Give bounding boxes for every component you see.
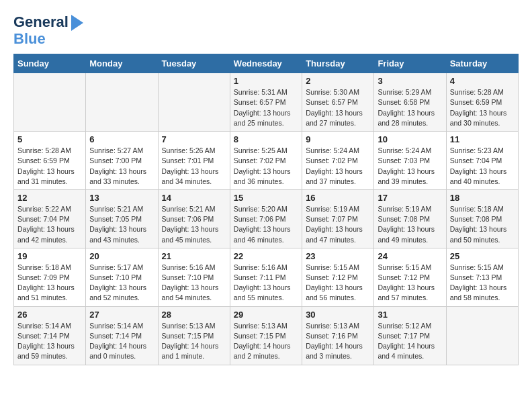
calendar-cell xyxy=(86,73,158,132)
day-detail: Sunrise: 5:28 AM Sunset: 6:59 PM Dayligh… xyxy=(17,146,82,187)
calendar-table: SundayMondayTuesdayWednesdayThursdayFrid… xyxy=(13,54,519,365)
calendar-cell: 11Sunrise: 5:23 AM Sunset: 7:04 PM Dayli… xyxy=(446,132,518,190)
calendar-cell: 2Sunrise: 5:30 AM Sunset: 6:57 PM Daylig… xyxy=(302,73,374,132)
calendar-cell: 1Sunrise: 5:31 AM Sunset: 6:57 PM Daylig… xyxy=(230,73,302,132)
day-number: 11 xyxy=(450,134,515,144)
calendar-cell: 6Sunrise: 5:27 AM Sunset: 7:00 PM Daylig… xyxy=(86,132,158,190)
day-detail: Sunrise: 5:31 AM Sunset: 6:57 PM Dayligh… xyxy=(234,87,298,128)
calendar-week-row: 26Sunrise: 5:14 AM Sunset: 7:14 PM Dayli… xyxy=(14,306,519,365)
page-header: General Blue xyxy=(13,13,519,47)
calendar-cell: 31Sunrise: 5:12 AM Sunset: 7:17 PM Dayli… xyxy=(374,306,446,365)
day-detail: Sunrise: 5:21 AM Sunset: 7:06 PM Dayligh… xyxy=(162,204,226,245)
calendar-cell xyxy=(446,306,518,365)
day-number: 21 xyxy=(162,251,226,261)
header-thursday: Thursday xyxy=(302,54,374,73)
calendar-week-row: 1Sunrise: 5:31 AM Sunset: 6:57 PM Daylig… xyxy=(14,73,519,132)
day-detail: Sunrise: 5:25 AM Sunset: 7:02 PM Dayligh… xyxy=(234,146,298,187)
day-number: 9 xyxy=(306,134,370,144)
header-saturday: Saturday xyxy=(446,54,518,73)
day-number: 5 xyxy=(17,134,82,144)
calendar-cell: 12Sunrise: 5:22 AM Sunset: 7:04 PM Dayli… xyxy=(14,189,86,248)
day-detail: Sunrise: 5:14 AM Sunset: 7:14 PM Dayligh… xyxy=(89,321,154,362)
day-number: 12 xyxy=(17,193,82,203)
calendar-cell: 22Sunrise: 5:16 AM Sunset: 7:11 PM Dayli… xyxy=(230,248,302,306)
day-detail: Sunrise: 5:16 AM Sunset: 7:11 PM Dayligh… xyxy=(234,263,298,304)
calendar-cell: 18Sunrise: 5:18 AM Sunset: 7:08 PM Dayli… xyxy=(446,189,518,248)
day-detail: Sunrise: 5:24 AM Sunset: 7:03 PM Dayligh… xyxy=(378,146,442,187)
day-detail: Sunrise: 5:18 AM Sunset: 7:09 PM Dayligh… xyxy=(17,263,82,304)
header-sunday: Sunday xyxy=(14,54,86,73)
logo-blue: Blue xyxy=(13,31,83,47)
calendar-cell: 15Sunrise: 5:20 AM Sunset: 7:06 PM Dayli… xyxy=(230,189,302,248)
day-detail: Sunrise: 5:24 AM Sunset: 7:02 PM Dayligh… xyxy=(306,146,370,187)
day-number: 25 xyxy=(450,251,515,261)
calendar-cell: 4Sunrise: 5:28 AM Sunset: 6:59 PM Daylig… xyxy=(446,73,518,132)
calendar-cell: 14Sunrise: 5:21 AM Sunset: 7:06 PM Dayli… xyxy=(158,189,230,248)
calendar-cell: 7Sunrise: 5:26 AM Sunset: 7:01 PM Daylig… xyxy=(158,132,230,190)
day-number: 26 xyxy=(17,310,82,320)
header-monday: Monday xyxy=(86,54,158,73)
day-detail: Sunrise: 5:17 AM Sunset: 7:10 PM Dayligh… xyxy=(89,263,154,304)
day-detail: Sunrise: 5:19 AM Sunset: 7:07 PM Dayligh… xyxy=(306,204,370,245)
day-number: 27 xyxy=(89,310,154,320)
day-number: 17 xyxy=(378,193,442,203)
day-detail: Sunrise: 5:13 AM Sunset: 7:15 PM Dayligh… xyxy=(234,321,298,362)
header-tuesday: Tuesday xyxy=(158,54,230,73)
calendar-cell: 29Sunrise: 5:13 AM Sunset: 7:15 PM Dayli… xyxy=(230,306,302,365)
day-detail: Sunrise: 5:16 AM Sunset: 7:10 PM Dayligh… xyxy=(162,263,226,304)
calendar-week-row: 5Sunrise: 5:28 AM Sunset: 6:59 PM Daylig… xyxy=(14,132,519,190)
day-number: 2 xyxy=(306,76,370,86)
day-detail: Sunrise: 5:20 AM Sunset: 7:06 PM Dayligh… xyxy=(234,204,298,245)
day-detail: Sunrise: 5:22 AM Sunset: 7:04 PM Dayligh… xyxy=(17,204,82,245)
day-number: 19 xyxy=(17,251,82,261)
calendar-cell: 25Sunrise: 5:15 AM Sunset: 7:13 PM Dayli… xyxy=(446,248,518,306)
day-number: 18 xyxy=(450,193,515,203)
day-detail: Sunrise: 5:18 AM Sunset: 7:08 PM Dayligh… xyxy=(450,204,515,245)
day-number: 14 xyxy=(162,193,226,203)
calendar-cell: 27Sunrise: 5:14 AM Sunset: 7:14 PM Dayli… xyxy=(86,306,158,365)
day-number: 6 xyxy=(89,134,154,144)
day-number: 22 xyxy=(234,251,298,261)
calendar-cell: 28Sunrise: 5:13 AM Sunset: 7:15 PM Dayli… xyxy=(158,306,230,365)
day-number: 3 xyxy=(378,76,442,86)
logo-general: General xyxy=(13,13,69,30)
day-detail: Sunrise: 5:30 AM Sunset: 6:57 PM Dayligh… xyxy=(306,87,370,128)
day-number: 13 xyxy=(89,193,154,203)
day-number: 30 xyxy=(306,310,370,320)
day-detail: Sunrise: 5:13 AM Sunset: 7:16 PM Dayligh… xyxy=(306,321,370,362)
day-detail: Sunrise: 5:14 AM Sunset: 7:14 PM Dayligh… xyxy=(17,321,82,362)
calendar-header-row: SundayMondayTuesdayWednesdayThursdayFrid… xyxy=(14,54,519,73)
calendar-week-row: 12Sunrise: 5:22 AM Sunset: 7:04 PM Dayli… xyxy=(14,189,519,248)
day-number: 31 xyxy=(378,310,442,320)
calendar-cell: 23Sunrise: 5:15 AM Sunset: 7:12 PM Dayli… xyxy=(302,248,374,306)
day-number: 28 xyxy=(162,310,226,320)
day-number: 10 xyxy=(378,134,442,144)
day-detail: Sunrise: 5:29 AM Sunset: 6:58 PM Dayligh… xyxy=(378,87,442,128)
header-friday: Friday xyxy=(374,54,446,73)
day-detail: Sunrise: 5:26 AM Sunset: 7:01 PM Dayligh… xyxy=(162,146,226,187)
day-detail: Sunrise: 5:15 AM Sunset: 7:13 PM Dayligh… xyxy=(450,263,515,304)
calendar-week-row: 19Sunrise: 5:18 AM Sunset: 7:09 PM Dayli… xyxy=(14,248,519,306)
day-detail: Sunrise: 5:27 AM Sunset: 7:00 PM Dayligh… xyxy=(89,146,154,187)
day-number: 23 xyxy=(306,251,370,261)
calendar-cell: 9Sunrise: 5:24 AM Sunset: 7:02 PM Daylig… xyxy=(302,132,374,190)
day-number: 4 xyxy=(450,76,515,86)
calendar-cell: 30Sunrise: 5:13 AM Sunset: 7:16 PM Dayli… xyxy=(302,306,374,365)
day-detail: Sunrise: 5:21 AM Sunset: 7:05 PM Dayligh… xyxy=(89,204,154,245)
calendar-cell: 5Sunrise: 5:28 AM Sunset: 6:59 PM Daylig… xyxy=(14,132,86,190)
day-number: 24 xyxy=(378,251,442,261)
day-number: 29 xyxy=(234,310,298,320)
day-number: 20 xyxy=(89,251,154,261)
day-detail: Sunrise: 5:15 AM Sunset: 7:12 PM Dayligh… xyxy=(378,263,442,304)
day-detail: Sunrise: 5:12 AM Sunset: 7:17 PM Dayligh… xyxy=(378,321,442,362)
calendar-cell: 8Sunrise: 5:25 AM Sunset: 7:02 PM Daylig… xyxy=(230,132,302,190)
logo-arrow-icon xyxy=(71,15,83,31)
calendar-cell: 16Sunrise: 5:19 AM Sunset: 7:07 PM Dayli… xyxy=(302,189,374,248)
day-number: 8 xyxy=(234,134,298,144)
calendar-cell: 17Sunrise: 5:19 AM Sunset: 7:08 PM Dayli… xyxy=(374,189,446,248)
day-detail: Sunrise: 5:23 AM Sunset: 7:04 PM Dayligh… xyxy=(450,146,515,187)
day-number: 16 xyxy=(306,193,370,203)
calendar-cell: 20Sunrise: 5:17 AM Sunset: 7:10 PM Dayli… xyxy=(86,248,158,306)
calendar-cell xyxy=(14,73,86,132)
day-detail: Sunrise: 5:13 AM Sunset: 7:15 PM Dayligh… xyxy=(162,321,226,362)
